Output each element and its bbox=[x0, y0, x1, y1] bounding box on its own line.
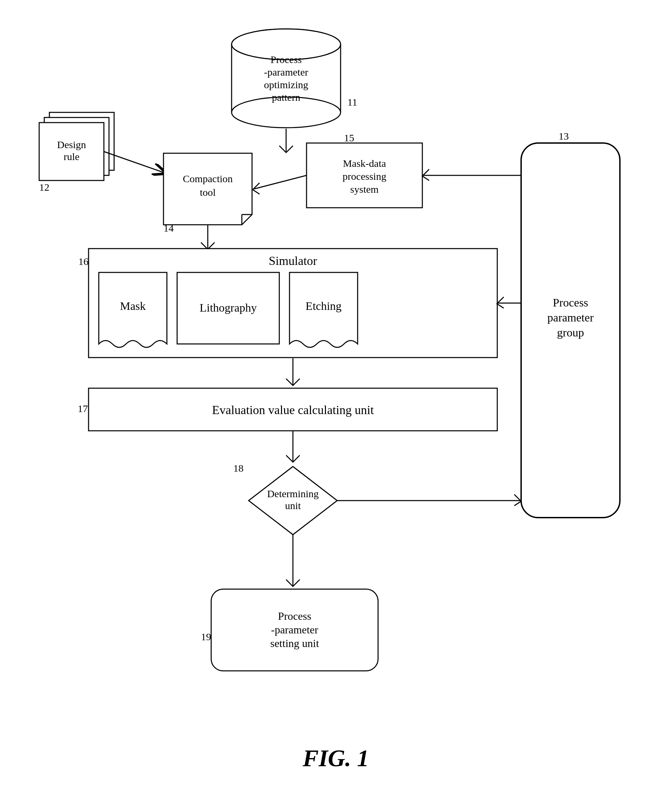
svg-text:optimizing: optimizing bbox=[264, 79, 308, 90]
svg-text:Compaction: Compaction bbox=[183, 173, 233, 184]
diagram-svg: Process -parameter optimizing pattern 11… bbox=[0, 0, 672, 804]
svg-rect-47 bbox=[88, 388, 497, 431]
svg-line-17 bbox=[104, 152, 167, 174]
svg-text:Simulator: Simulator bbox=[269, 254, 317, 268]
svg-rect-29 bbox=[521, 143, 620, 518]
svg-text:Etching: Etching bbox=[306, 300, 342, 312]
svg-rect-11 bbox=[44, 118, 109, 175]
svg-text:pattern: pattern bbox=[272, 92, 300, 103]
svg-text:Process: Process bbox=[270, 54, 302, 65]
svg-text:Design: Design bbox=[57, 139, 86, 150]
svg-rect-10 bbox=[49, 113, 114, 170]
svg-text:14: 14 bbox=[164, 222, 174, 234]
svg-text:system: system bbox=[350, 183, 378, 195]
svg-text:-parameter: -parameter bbox=[271, 624, 319, 636]
svg-line-36 bbox=[254, 175, 307, 189]
svg-text:setting unit: setting unit bbox=[270, 637, 319, 649]
svg-rect-0 bbox=[232, 44, 341, 113]
svg-text:-parameter: -parameter bbox=[264, 66, 308, 78]
svg-rect-57 bbox=[211, 589, 378, 671]
svg-text:Evaluation value calculating u: Evaluation value calculating unit bbox=[212, 403, 374, 417]
svg-text:parameter: parameter bbox=[547, 311, 594, 324]
svg-rect-42 bbox=[177, 273, 279, 344]
svg-text:Process: Process bbox=[553, 296, 588, 309]
svg-text:Lithography: Lithography bbox=[199, 301, 257, 314]
svg-text:unit: unit bbox=[285, 500, 301, 511]
svg-marker-51 bbox=[249, 467, 337, 534]
svg-text:12: 12 bbox=[39, 181, 49, 193]
svg-text:Determining: Determining bbox=[267, 488, 319, 499]
fig-label: FIG. 1 bbox=[302, 745, 369, 771]
svg-text:rule: rule bbox=[64, 151, 80, 162]
svg-rect-38 bbox=[88, 248, 497, 358]
svg-point-5 bbox=[232, 29, 341, 60]
svg-text:15: 15 bbox=[344, 132, 354, 143]
svg-point-4 bbox=[232, 97, 341, 128]
svg-text:processing: processing bbox=[343, 171, 386, 182]
label-11: 11 bbox=[347, 96, 357, 108]
svg-text:Mask: Mask bbox=[120, 300, 146, 312]
svg-text:tool: tool bbox=[200, 186, 216, 198]
svg-rect-24 bbox=[307, 143, 422, 208]
svg-text:Mask-data: Mask-data bbox=[343, 158, 386, 169]
svg-text:Process: Process bbox=[278, 610, 311, 622]
svg-text:19: 19 bbox=[201, 631, 211, 642]
svg-rect-12 bbox=[39, 123, 104, 180]
svg-text:13: 13 bbox=[559, 131, 569, 142]
svg-point-3 bbox=[232, 29, 341, 60]
svg-text:17: 17 bbox=[78, 403, 88, 414]
diagram-container: Process -parameter optimizing pattern 11… bbox=[0, 0, 672, 804]
svg-text:18: 18 bbox=[233, 462, 244, 474]
svg-text:16: 16 bbox=[78, 256, 88, 267]
svg-marker-18 bbox=[164, 153, 252, 225]
svg-text:group: group bbox=[557, 326, 584, 339]
